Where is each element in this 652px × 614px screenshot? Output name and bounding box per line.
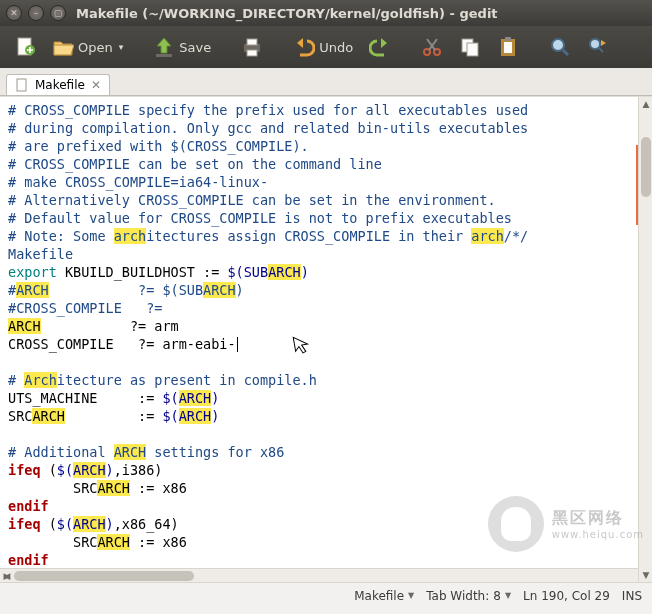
code-line: # make CROSS_COMPILE=ia64-linux-	[8, 174, 268, 190]
code-line: /*/	[504, 228, 528, 244]
code-line: $(	[57, 516, 73, 532]
highlight: ARCH	[73, 462, 106, 478]
code-line: := x86	[130, 534, 187, 550]
code-line: )	[236, 282, 244, 298]
keyword: ifeq	[8, 516, 41, 532]
new-file-button[interactable]	[8, 32, 42, 62]
copy-button[interactable]	[453, 32, 487, 62]
keyword: endif	[8, 498, 49, 514]
svg-rect-9	[467, 43, 478, 56]
code-line: # Alternatively CROSS_COMPILE can be set…	[8, 192, 496, 208]
scroll-thumb[interactable]	[641, 137, 651, 197]
code-line: ?= $(SUB	[49, 282, 203, 298]
paste-button[interactable]	[491, 32, 525, 62]
window-controls: ✕ – ▢	[6, 5, 66, 21]
tab-width-selector[interactable]: Tab Width: 8 ▼	[426, 589, 511, 603]
language-selector[interactable]: Makefile ▼	[354, 589, 414, 603]
code-line: UTS_MACHINE :=	[8, 390, 162, 406]
code-line: )	[106, 462, 114, 478]
scissors-icon	[421, 36, 443, 58]
scroll-down-button[interactable]: ▼	[639, 568, 652, 582]
status-bar: Makefile ▼ Tab Width: 8 ▼ Ln 190, Col 29…	[0, 582, 652, 608]
find-replace-icon	[587, 36, 609, 58]
window-titlebar: ✕ – ▢ Makefile (~/WORKING_DIRECTORY/kern…	[0, 0, 652, 26]
highlight: arch	[471, 228, 504, 244]
code-line: #CROSS_COMPILE ?=	[8, 300, 162, 316]
svg-rect-15	[17, 79, 26, 91]
tabwidth-value: 8	[493, 589, 501, 603]
code-line: #	[8, 282, 16, 298]
cut-button[interactable]	[415, 32, 449, 62]
code-line: )	[211, 390, 219, 406]
highlight: ARCH	[16, 282, 49, 298]
hscroll-thumb[interactable]	[14, 571, 194, 581]
code-line: itecture as present in compile.h	[57, 372, 317, 388]
vertical-scrollbar[interactable]: ▲ ▼	[638, 97, 652, 582]
save-button[interactable]: Save	[147, 32, 217, 62]
chevron-down-icon: ▼	[408, 591, 414, 600]
undo-icon	[293, 36, 315, 58]
minimize-window-button[interactable]: –	[28, 5, 44, 21]
code-line: # Note: Some	[8, 228, 114, 244]
redo-button[interactable]	[363, 32, 397, 62]
code-line: # Default value for CROSS_COMPILE is not…	[8, 210, 512, 226]
open-label: Open	[78, 40, 113, 55]
undo-label: Undo	[319, 40, 353, 55]
code-line: # CROSS_COMPILE can be set on the comman…	[8, 156, 382, 172]
code-line: CROSS_COMPILE ?= arm-eabi-	[8, 336, 236, 352]
highlight: ARCH	[8, 318, 41, 334]
tab-label: Makefile	[35, 78, 85, 92]
code-line: SUB	[244, 264, 268, 280]
save-icon	[153, 36, 175, 58]
code-line: $(	[162, 408, 178, 424]
open-folder-icon	[52, 36, 74, 58]
document-icon	[15, 78, 29, 92]
code-line: # during compilation. Only gcc and relat…	[8, 120, 528, 136]
close-window-button[interactable]: ✕	[6, 5, 22, 21]
code-line: ,x86_64)	[114, 516, 179, 532]
highlight: ARCH	[179, 390, 212, 406]
search-icon	[549, 36, 571, 58]
code-line: :=	[65, 408, 163, 424]
code-line: KBUILD_BUILDHOST :=	[57, 264, 228, 280]
code-line: # Additional	[8, 444, 114, 460]
code-line: (	[41, 462, 57, 478]
new-file-icon	[14, 36, 36, 58]
find-button[interactable]	[543, 32, 577, 62]
print-button[interactable]	[235, 32, 269, 62]
open-button[interactable]: Open ▾	[46, 32, 129, 62]
scroll-right-button[interactable]: ▶	[0, 569, 14, 583]
save-label: Save	[179, 40, 211, 55]
chevron-down-icon: ▾	[119, 42, 124, 52]
code-line: )	[106, 516, 114, 532]
highlight: ARCH	[73, 516, 106, 532]
svg-point-13	[552, 39, 564, 51]
code-line: ,i386)	[114, 462, 163, 478]
code-line: $(	[57, 462, 73, 478]
highlight: ARCH	[268, 264, 301, 280]
paste-icon	[497, 36, 519, 58]
tab-makefile[interactable]: Makefile ✕	[6, 74, 110, 95]
tab-close-button[interactable]: ✕	[91, 78, 101, 92]
highlight: ARCH	[97, 480, 130, 496]
maximize-window-button[interactable]: ▢	[50, 5, 66, 21]
code-editor[interactable]: # CROSS_COMPILE specify the prefix used …	[0, 97, 652, 582]
undo-button[interactable]: Undo	[287, 32, 359, 62]
scroll-up-button[interactable]: ▲	[639, 97, 652, 111]
find-replace-button[interactable]	[581, 32, 615, 62]
code-line: SRC	[8, 408, 32, 424]
highlight: ARCH	[97, 534, 130, 550]
highlight: arch	[114, 228, 147, 244]
code-line: settings for x86	[146, 444, 284, 460]
highlight: ARCH	[114, 444, 147, 460]
code-line: := x86	[130, 480, 187, 496]
window-title: Makefile (~/WORKING_DIRECTORY/kernel/gol…	[76, 6, 498, 21]
highlight: ARCH	[203, 282, 236, 298]
code-line: SRC	[8, 480, 97, 496]
horizontal-scrollbar[interactable]: ◀ ▶	[0, 568, 638, 582]
code-line: # are prefixed with $(CROSS_COMPILE).	[8, 138, 309, 154]
code-line: # CROSS_COMPILE specify the prefix used …	[8, 102, 528, 118]
highlight: ARCH	[179, 408, 212, 424]
code-line: )	[301, 264, 309, 280]
redo-icon	[369, 36, 391, 58]
